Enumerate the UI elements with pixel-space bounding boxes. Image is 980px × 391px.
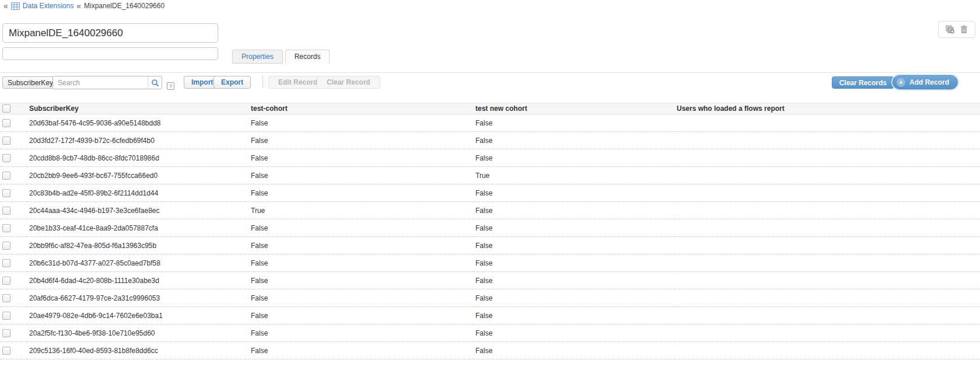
table-row[interactable]: 20bb9f6c-af82-47ea-805d-f6a13963c95b Fal… [0, 237, 980, 254]
cell-test-cohort: False [249, 307, 473, 324]
cell-flows-report [674, 219, 980, 237]
export-button[interactable]: Export [214, 76, 251, 89]
table-row[interactable]: 20a2f5fc-f130-4be6-9f38-10e710e95d60 Fal… [0, 324, 980, 342]
cell-flows-report [674, 272, 980, 289]
clear-record-button[interactable]: Clear Record [317, 76, 380, 89]
extension-name-input[interactable] [2, 23, 218, 43]
table-row[interactable]: 20c83b4b-ad2e-45f0-89b2-6f2114dd1d44 Fal… [0, 184, 980, 202]
cell-flows-report [674, 324, 980, 342]
cell-test-new-cohort: False [473, 219, 674, 237]
search-box [52, 76, 162, 89]
cell-test-cohort: False [249, 342, 473, 359]
row-checkbox[interactable] [2, 294, 10, 302]
row-checkbox[interactable] [2, 259, 10, 267]
extension-description-input[interactable] [2, 47, 218, 60]
cell-flows-report [674, 132, 980, 149]
cell-subscriber-key: 209c5136-16f0-40ed-8593-81b8fe8dd6cc [27, 342, 249, 359]
table-row[interactable]: 20b6c31d-b07d-4377-a027-85c0aed7bf58 Fal… [0, 254, 980, 272]
cell-test-new-cohort: False [473, 184, 674, 202]
tab-records[interactable]: Records [285, 50, 330, 64]
cell-test-cohort: True [249, 202, 473, 219]
cell-flows-report [674, 114, 980, 132]
table-row[interactable]: 20af6dca-6627-4179-97ce-2a31c9996053 Fal… [0, 289, 980, 307]
table-row[interactable]: 20b4d6f4-6dad-4c20-808b-1111e30abe3d Fal… [0, 272, 980, 289]
cell-test-new-cohort: False [473, 132, 674, 149]
cell-subscriber-key: 20cb2bb9-9ee6-493f-bc67-755fcca66ed0 [27, 167, 249, 184]
add-record-button[interactable]: + Add Record [892, 75, 958, 89]
corner-actions-group [938, 21, 975, 38]
cell-subscriber-key: 20a2f5fc-f130-4be6-9f38-10e710e95d60 [27, 324, 249, 342]
row-checkbox[interactable] [2, 347, 10, 355]
table-header-row: SubscriberKey test-cohort test new cohor… [0, 103, 980, 114]
column-header-flows-report[interactable]: Users who loaded a flows report [674, 103, 980, 114]
cell-flows-report [674, 237, 980, 254]
row-checkbox[interactable] [2, 154, 10, 162]
cell-test-new-cohort: False [473, 237, 674, 254]
records-toolbar: SubscriberKey ▾ ? Import Export Edit Rec… [0, 73, 980, 94]
table-row[interactable]: 20c44aaa-434c-4946-b197-3e3ce6fae8ec Tru… [0, 202, 980, 219]
cell-subscriber-key: 20d3fd27-172f-4939-b72c-6cfedb69f4b0 [27, 132, 249, 149]
cell-flows-report [674, 342, 980, 359]
column-header-subscriberkey[interactable]: SubscriberKey [27, 103, 249, 114]
records-table-body: 20d63baf-5476-4c95-9036-a90e5148bdd8 Fal… [0, 114, 980, 359]
table-row[interactable]: 20cb2bb9-9ee6-493f-bc67-755fcca66ed0 Fal… [0, 167, 980, 184]
table-row[interactable]: 20d3fd27-172f-4939-b72c-6cfedb69f4b0 Fal… [0, 132, 980, 149]
plus-icon: + [897, 78, 905, 87]
row-checkbox[interactable] [2, 137, 10, 145]
breadcrumb: « Data Extensions « MixpanelDE_164002966… [4, 1, 164, 11]
table-row[interactable]: 209c5136-16f0-40ed-8593-81b8fe8dd6cc Fal… [0, 342, 980, 359]
cell-test-cohort: False [249, 254, 473, 272]
row-checkbox[interactable] [2, 329, 10, 337]
back-chevron-icon[interactable]: « [4, 2, 8, 10]
cell-test-new-cohort: False [473, 324, 674, 342]
delete-icon[interactable] [960, 25, 968, 34]
cell-test-cohort: False [249, 237, 473, 254]
cell-subscriber-key: 20c83b4b-ad2e-45f0-89b2-6f2114dd1d44 [27, 184, 249, 202]
cell-flows-report [674, 149, 980, 167]
table-row[interactable]: 20cdd8b8-9cb7-48db-86cc-8fdc7018986d Fal… [0, 149, 980, 167]
cell-subscriber-key: 20b6c31d-b07d-4377-a027-85c0aed7bf58 [27, 254, 249, 272]
row-checkbox[interactable] [2, 172, 10, 180]
cell-test-cohort: False [249, 132, 473, 149]
cell-test-new-cohort: False [473, 342, 674, 359]
cell-subscriber-key: 20d63baf-5476-4c95-9036-a90e5148bdd8 [27, 114, 249, 132]
cell-test-cohort: False [249, 149, 473, 167]
cell-test-cohort: False [249, 289, 473, 307]
cell-test-new-cohort: False [473, 114, 674, 132]
breadcrumb-current-item: MixpanelDE_1640029660 [84, 2, 164, 10]
search-button[interactable] [148, 76, 162, 89]
row-checkbox[interactable] [2, 119, 10, 127]
table-row[interactable]: 20ae4979-082e-4db6-9c14-7602e6e03ba1 Fal… [0, 307, 980, 324]
table-row[interactable]: 20d63baf-5476-4c95-9036-a90e5148bdd8 Fal… [0, 114, 980, 132]
toolbar-separator [262, 76, 263, 88]
row-checkbox[interactable] [2, 242, 10, 250]
search-input[interactable] [53, 76, 148, 89]
help-icon[interactable]: ? [167, 82, 174, 90]
row-checkbox[interactable] [2, 189, 10, 197]
cell-test-cohort: False [249, 219, 473, 237]
data-extension-grid-icon [11, 2, 20, 10]
row-checkbox[interactable] [2, 224, 10, 232]
cell-subscriber-key: 20ae4979-082e-4db6-9c14-7602e6e03ba1 [27, 307, 249, 324]
cell-test-cohort: False [249, 272, 473, 289]
column-header-test-new-cohort[interactable]: test new cohort [473, 103, 674, 114]
clear-records-button[interactable]: Clear Records [832, 76, 894, 89]
row-checkbox[interactable] [2, 277, 10, 285]
cell-test-new-cohort: False [473, 272, 674, 289]
breadcrumb-data-extensions-link[interactable]: Data Extensions [23, 2, 74, 10]
records-table: SubscriberKey test-cohort test new cohor… [0, 103, 980, 359]
cell-flows-report [674, 254, 980, 272]
cell-test-cohort: False [249, 184, 473, 202]
cell-subscriber-key: 20bb9f6c-af82-47ea-805d-f6a13963c95b [27, 237, 249, 254]
cell-test-new-cohort: False [473, 254, 674, 272]
cell-flows-report [674, 167, 980, 184]
cell-flows-report [674, 289, 980, 307]
copy-move-icon[interactable] [946, 25, 955, 34]
search-icon [151, 79, 159, 87]
row-checkbox[interactable] [2, 207, 10, 215]
table-row[interactable]: 20be1b33-ceaf-41ce-8aa9-2da057887cfa Fal… [0, 219, 980, 237]
tab-properties[interactable]: Properties [232, 50, 283, 64]
row-checkbox[interactable] [2, 312, 10, 320]
column-header-test-cohort[interactable]: test-cohort [249, 103, 473, 114]
select-all-checkbox[interactable] [2, 104, 10, 113]
